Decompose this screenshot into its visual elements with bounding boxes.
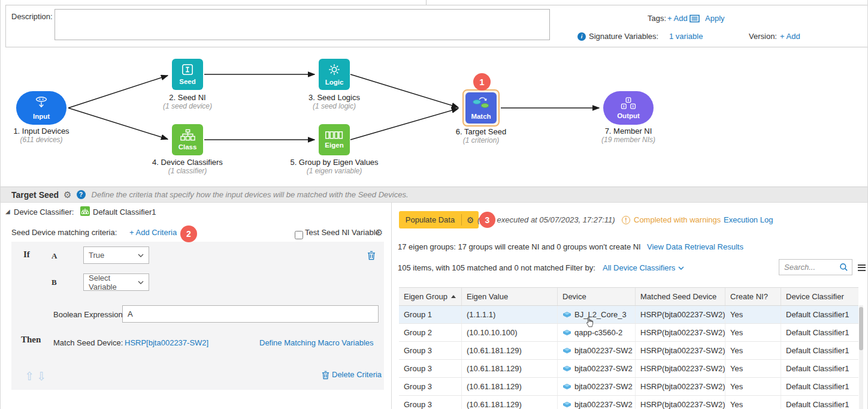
then-label: Then [21,335,41,345]
results-table: Eigen Group Eigen Value Device Matched S… [399,287,858,409]
cell-device-classifier: Default Classifier1 [781,396,858,409]
search-input[interactable] [779,263,836,272]
node-inner-label: Logic [325,79,344,86]
four-squares-icon [325,131,343,141]
version-add-link[interactable]: + Add [780,32,800,41]
cell-eigen-value: (10.61.181.129) [462,378,558,395]
node-caption: 6. Target Seed (1 criterion) [433,127,529,145]
variable-b-select[interactable]: Select Variable [83,273,149,291]
section-hint: Define the criteria that specify how the… [92,190,409,199]
device-icon [562,329,571,336]
cell-eigen-group: Group 3 [399,360,462,377]
move-up-icon[interactable]: ⇧ [25,369,34,383]
flow-node-input-devices[interactable]: Input [16,91,66,125]
cell-eigen-group: Group 2 [399,324,462,341]
flow-node-member-ni[interactable]: Output [603,91,654,125]
device-name-link[interactable]: BJ_L2_Core_3 [574,310,627,319]
flow-node-group-by-eigen[interactable]: Eigen [319,124,350,155]
device-name-link[interactable]: bjta002237-SW2 [574,364,633,373]
search-icon[interactable] [839,263,848,272]
flow-node-target-seed-highlight: Match [462,89,500,127]
column-header-create-ni[interactable]: Create NI? [725,288,781,305]
warning-icon: ! [622,216,630,224]
device-name-link[interactable]: bjta002237-SW2 [574,382,633,391]
boolean-expression-input[interactable]: A [122,305,379,323]
match-seed-device-link[interactable]: HSRP[bjta002237-SW2] [125,338,208,347]
delete-condition-trash-icon[interactable] [367,251,376,262]
apply-link[interactable]: Apply [705,14,725,23]
table-row[interactable]: Group 2 (10.10.10.100) qapp-c3560-2 HSRP… [399,324,858,342]
ni-boxes-icon [621,97,636,112]
tags-list-icon[interactable] [689,14,700,25]
device-classifier-label: Device Classifier: [14,207,74,216]
test-seed-gear-icon[interactable]: ⚙ [375,228,383,237]
delete-criteria-link[interactable]: Delete Criteria [332,370,382,379]
flow-node-seed-logics[interactable]: Logic [319,59,350,90]
table-scrollbar-thumb[interactable] [859,307,863,350]
cell-device: qapp-c3560-2 [558,324,636,341]
cell-create-ni: Yes [725,324,781,341]
cell-matched-seed-device: HSRP(bjta002237-SW2) [636,324,725,341]
table-row[interactable]: Group 1 (1.1.1.1) BJ_L2_Core_3 HSRP(bjta… [399,306,858,324]
warning-text: Completed with warnings [634,215,721,224]
variable-a-select[interactable]: True [83,246,149,264]
device-name-link[interactable]: bjta002237-SW2 [574,400,633,409]
table-row[interactable]: Group 3 (10.61.181.129) bjta002237-SW2 H… [399,396,858,409]
node-caption: 3. Seed Logics (1 seed logic) [292,93,376,111]
flow-node-device-classifiers[interactable]: Class [172,124,203,155]
move-down-icon[interactable]: ⇩ [37,369,46,383]
define-macro-variables-link[interactable]: Define Matching Macro Variables [259,338,374,347]
device-classifier-value: Default Classifier1 [93,207,156,216]
device-name-link[interactable]: qapp-c3560-2 [574,328,622,337]
cell-create-ni: Yes [725,378,781,395]
table-row[interactable]: Group 3 (10.61.181.129) bjta002237-SW2 H… [399,360,858,378]
flow-node-target-seed[interactable]: Match [465,92,497,124]
boolean-expression-label: Boolean Expression: [53,310,125,319]
step-badge-2: 2 [180,225,197,242]
node-caption: 5. Group by Eigen Values (1 eigen variab… [274,158,394,176]
cell-device: bjta002237-SW2 [558,378,636,395]
cell-device-classifier: Default Classifier1 [781,342,858,359]
description-label: Description: [11,12,53,21]
section-title: Target Seed [11,190,59,200]
test-seed-checkbox[interactable] [295,231,303,239]
flow-node-seed-ni[interactable]: Seed [172,59,203,90]
info-icon: i [577,32,586,41]
device-name-link[interactable]: bjta002237-SW2 [574,346,633,355]
cell-create-ni: Yes [725,306,781,323]
view-data-retrieval-link[interactable]: View Data Retrieval Results [647,242,743,251]
column-header-eigen-group[interactable]: Eigen Group [399,288,462,305]
table-menu-icon[interactable] [858,263,866,272]
cell-eigen-group: Group 1 [399,306,462,323]
table-row[interactable]: Group 3 (10.61.181.129) bjta002237-SW2 H… [399,342,858,360]
execution-log-link[interactable]: Execution Log [724,215,773,224]
filter-by-label: Filter by: [565,263,595,272]
tags-add-link[interactable]: + Add [667,14,688,23]
search-box [779,259,852,275]
column-header-matched-seed-device[interactable]: Matched Seed Device [636,288,725,305]
cell-create-ni: Yes [725,360,781,377]
version-label: Version: [749,32,777,41]
classifier-filter-dropdown[interactable]: All Device Classifiers [603,263,684,272]
column-header-device[interactable]: Device [558,288,636,305]
delete-criteria-trash-icon[interactable] [322,371,329,381]
hierarchy-icon [180,129,195,143]
add-criteria-link[interactable]: + Add Criteria [129,228,177,237]
collapse-triangle-icon[interactable]: ◢ [5,208,10,215]
populate-gear-icon[interactable]: ⚙ [462,215,479,225]
table-row[interactable]: Group 3 (10.61.181.129) bjta002237-SW2 H… [399,378,858,396]
section-gear-icon[interactable]: ⚙ [63,190,71,199]
match-disks-icon [472,96,490,112]
variable-a-value: True [89,251,104,260]
node-inner-label: Seed [179,78,196,85]
populate-data-button[interactable]: Populate Data ⚙ [399,211,479,228]
description-input[interactable] [55,9,550,40]
items-summary: 105 items, with 105 matched and 0 not ma… [398,263,564,272]
signature-variables-link[interactable]: 1 variable [669,32,703,41]
cell-eigen-group: Group 3 [399,396,462,409]
cell-device: bjta002237-SW2 [558,396,636,409]
cell-eigen-value: (10.61.181.129) [462,342,558,359]
column-header-device-classifier[interactable]: Device Classifier [781,288,858,305]
column-header-eigen-value[interactable]: Eigen Value [462,288,558,305]
help-icon[interactable]: ? [77,190,86,199]
